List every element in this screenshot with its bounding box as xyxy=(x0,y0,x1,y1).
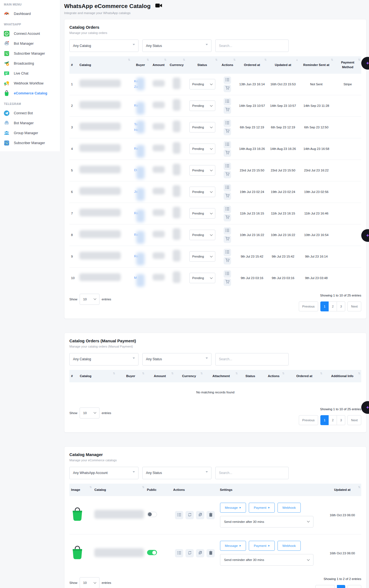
message-settings-button[interactable]: Message xyxy=(220,541,246,551)
pagination-page-3[interactable]: 3 xyxy=(337,301,345,311)
sidebar-item-bot-manager-wa[interactable]: Bot Manager xyxy=(3,39,57,49)
sidebar-item-group-manager[interactable]: Group Manager xyxy=(3,128,57,138)
refresh-button[interactable] xyxy=(185,511,194,519)
column-header[interactable]: Ordered at⇅ xyxy=(285,370,323,382)
order-status-select[interactable]: Pending xyxy=(189,165,215,176)
column-header[interactable]: Actions⇅ xyxy=(218,56,236,74)
refresh-button[interactable] xyxy=(185,549,194,557)
delete-button[interactable] xyxy=(206,511,215,519)
pagination-previous[interactable]: Previous xyxy=(315,585,335,588)
column-header[interactable]: Reminder Sent at⇅ xyxy=(299,56,334,74)
column-header[interactable]: Currency⇅ xyxy=(174,370,204,382)
page-size-select[interactable]: 10 xyxy=(80,577,100,588)
sidebar-item-subscriber-manager-tg[interactable]: Subscriber Manager xyxy=(3,138,57,148)
column-header[interactable]: Ordered at⇅ xyxy=(237,56,268,74)
catalog-filter-select[interactable]: Any Catalog xyxy=(69,39,138,52)
sidebar-item-bot-manager-tg[interactable]: Bot Manager xyxy=(3,118,57,128)
column-header[interactable]: Currency⇅ xyxy=(167,56,186,74)
order-details-button[interactable] xyxy=(224,227,231,235)
pagination-page-1[interactable]: 1 xyxy=(337,585,345,588)
order-details-button[interactable] xyxy=(224,120,231,127)
video-camera-icon[interactable] xyxy=(155,3,162,9)
pagination-page-3[interactable]: 3 xyxy=(337,415,345,425)
order-details-button[interactable] xyxy=(224,270,231,278)
pagination-next[interactable]: Next xyxy=(347,301,361,311)
order-status-select[interactable]: Pending xyxy=(189,187,215,197)
order-status-select[interactable]: Pending xyxy=(189,251,215,262)
column-header[interactable]: Public xyxy=(145,484,172,496)
column-header[interactable]: Amount⇅ xyxy=(150,56,167,74)
payment-settings-button[interactable]: Payment xyxy=(249,503,274,513)
order-status-select[interactable]: Pending xyxy=(189,230,215,240)
pagination-next[interactable]: Next xyxy=(347,585,361,588)
cart-button[interactable] xyxy=(224,106,231,114)
reminder-select[interactable]: Send reminder after 30 mins xyxy=(220,554,313,566)
cart-button[interactable] xyxy=(224,192,231,200)
order-details-button[interactable] xyxy=(224,206,231,213)
copy-button[interactable] xyxy=(196,511,204,519)
search-input[interactable] xyxy=(215,353,289,365)
copy-button[interactable] xyxy=(196,549,204,557)
order-details-button[interactable] xyxy=(224,163,231,170)
column-header[interactable]: Status xyxy=(239,370,262,382)
column-header[interactable]: Actions⇅ xyxy=(262,370,285,382)
public-toggle[interactable] xyxy=(147,550,157,555)
order-details-button[interactable] xyxy=(224,249,231,256)
column-header[interactable]: Updated at↓ xyxy=(268,56,299,74)
order-status-select[interactable]: Pending xyxy=(189,273,215,283)
cart-button[interactable] xyxy=(224,128,231,135)
sidebar-item-ecommerce-catalog[interactable]: eCommerce Catalog xyxy=(3,88,57,98)
order-status-select[interactable]: Pending xyxy=(189,144,215,154)
column-header[interactable]: Payment Method⇅ xyxy=(334,56,361,74)
column-header[interactable]: Catalog⇅ xyxy=(78,370,116,382)
search-input[interactable] xyxy=(215,39,289,52)
order-status-select[interactable]: Pending xyxy=(189,208,215,219)
column-header[interactable]: Updated at⇅ xyxy=(323,484,361,496)
cart-button[interactable] xyxy=(224,171,231,178)
column-header[interactable]: Image⇅ xyxy=(69,484,93,496)
column-header[interactable]: Actions xyxy=(172,484,218,496)
catalog-items-button[interactable] xyxy=(175,549,183,557)
cart-button[interactable] xyxy=(224,279,231,286)
order-status-select[interactable]: Pending xyxy=(189,79,215,89)
sidebar-item-connect-bot[interactable]: Connect Bot xyxy=(3,108,57,118)
column-header[interactable]: Catalog⇅ xyxy=(93,484,145,496)
sidebar-item-connect-account[interactable]: Connect Account xyxy=(3,29,57,39)
search-input[interactable] xyxy=(215,467,289,479)
order-details-button[interactable] xyxy=(224,141,231,149)
page-size-select[interactable]: 10 xyxy=(80,294,100,305)
order-details-button[interactable] xyxy=(224,184,231,192)
sidebar-item-subscriber-manager-wa[interactable]: Subscriber Manager xyxy=(3,49,57,59)
webhook-settings-button[interactable]: Webhook xyxy=(278,503,301,513)
order-details-button[interactable] xyxy=(224,98,231,105)
column-header[interactable]: Buyer⇅ xyxy=(116,370,145,382)
column-header[interactable]: Buyer⇅ xyxy=(131,56,150,74)
webhook-settings-button[interactable]: Webhook xyxy=(278,541,301,551)
reminder-select[interactable]: Send reminder after 30 mins xyxy=(220,516,313,528)
status-filter-select[interactable]: Any Status xyxy=(142,39,211,52)
sidebar-item-broadcasting[interactable]: Broadcasting xyxy=(3,59,57,68)
column-header[interactable]: Status⇅ xyxy=(186,56,218,74)
message-settings-button[interactable]: Message xyxy=(220,503,246,513)
catalog-items-button[interactable] xyxy=(175,511,183,519)
whatsapp-account-filter-select[interactable]: Any WhatsApp Account xyxy=(69,467,138,479)
pagination-page-1[interactable]: 1 xyxy=(320,415,329,425)
column-header[interactable]: Additional Info⇅ xyxy=(323,370,361,382)
cart-button[interactable] xyxy=(224,214,231,221)
column-header[interactable]: Catalog⇅ xyxy=(78,56,131,74)
payment-settings-button[interactable]: Payment xyxy=(249,541,274,551)
column-header[interactable]: Amount⇅ xyxy=(145,370,175,382)
column-header[interactable]: Attachment⇅ xyxy=(204,370,239,382)
order-details-button[interactable] xyxy=(224,76,231,84)
page-size-select[interactable]: 10 xyxy=(80,407,100,419)
sidebar-item-dashboard[interactable]: Dashboard xyxy=(3,9,57,19)
status-filter-select[interactable]: Any Status xyxy=(142,353,211,365)
cart-button[interactable] xyxy=(224,235,231,243)
pagination-page-2[interactable]: 2 xyxy=(329,415,337,425)
pagination-next[interactable]: Next xyxy=(347,415,361,425)
cart-button[interactable] xyxy=(224,149,231,157)
public-toggle[interactable] xyxy=(147,512,157,517)
column-header[interactable]: Settings xyxy=(218,484,323,496)
cart-button[interactable] xyxy=(224,257,231,264)
cart-button[interactable] xyxy=(224,85,231,92)
